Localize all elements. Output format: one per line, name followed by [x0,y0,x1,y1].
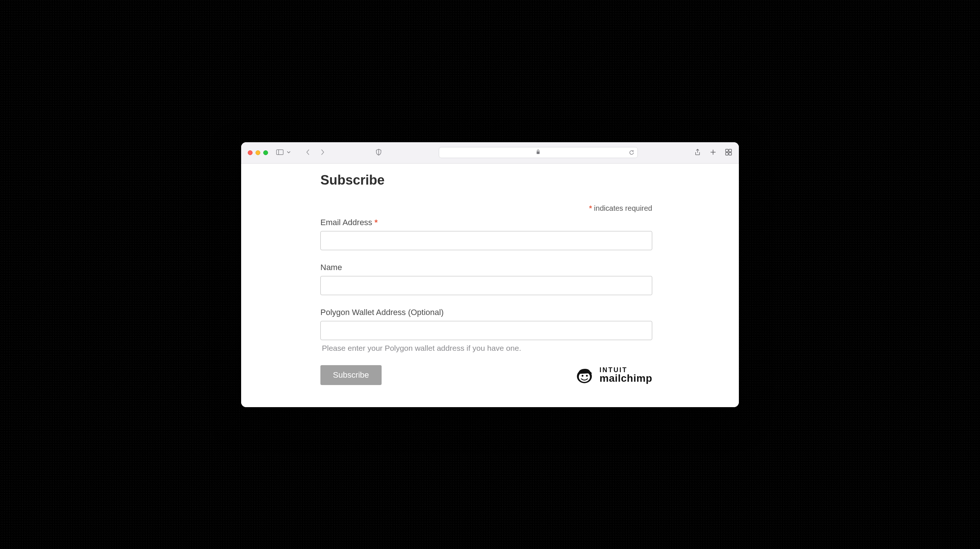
zoom-window-button[interactable] [263,150,268,155]
mailchimp-logo-icon [574,365,594,385]
wallet-field-group: Polygon Wallet Address (Optional) Please… [320,308,652,352]
forward-button[interactable] [319,149,326,156]
subscribe-button[interactable]: Subscribe [320,365,382,385]
window-controls [248,150,268,155]
wallet-label: Polygon Wallet Address (Optional) [320,308,652,317]
svg-point-12 [581,375,583,376]
page-title: Subscribe [320,173,652,188]
shield-icon [375,149,382,157]
close-window-button[interactable] [248,150,253,155]
browser-window: Subscribe * indicates required Email Add… [241,142,739,407]
sidebar-toggle-button[interactable] [276,149,283,156]
tab-group-dropdown[interactable] [285,149,293,156]
wallet-input[interactable] [320,321,652,340]
lock-icon [536,149,540,155]
email-field-group: Email Address * [320,218,652,250]
sidebar-icon [276,149,283,156]
mailchimp-text: INTUIT mailchimp [600,367,652,384]
email-input[interactable] [320,231,652,250]
subscribe-form: Subscribe * indicates required Email Add… [320,173,652,385]
required-note-text: indicates required [592,204,652,212]
email-label: Email Address * [320,218,652,227]
new-tab-button[interactable] [710,149,717,156]
share-icon [694,149,701,157]
mailchimp-brand-bottom: mailchimp [600,373,652,384]
browser-toolbar [241,142,739,163]
minimize-window-button[interactable] [256,150,260,155]
plus-icon [710,149,716,157]
back-button[interactable] [304,149,312,156]
grid-icon [725,149,732,157]
required-indicator-note: * indicates required [320,204,652,213]
privacy-shield-button[interactable] [375,149,382,156]
svg-rect-8 [725,152,728,155]
mailchimp-badge[interactable]: INTUIT mailchimp [574,365,652,385]
chevron-right-icon [319,149,326,157]
name-label: Name [320,263,652,272]
svg-rect-7 [729,149,732,152]
asterisk-icon: * [589,204,592,212]
svg-rect-9 [729,152,732,155]
chevron-left-icon [305,149,311,157]
tab-overview-button[interactable] [725,149,732,156]
chevron-down-icon [286,150,291,155]
wallet-help-text: Please enter your Polygon wallet address… [320,344,652,352]
svg-point-13 [586,375,588,376]
svg-rect-3 [537,151,540,154]
page-content: Subscribe * indicates required Email Add… [241,163,739,407]
name-input[interactable] [320,276,652,295]
reload-button[interactable] [628,149,635,155]
asterisk-icon: * [375,218,378,227]
mailchimp-brand-top: INTUIT [600,367,652,373]
svg-rect-6 [725,149,728,152]
svg-rect-0 [277,149,283,154]
address-bar[interactable] [439,147,638,158]
email-label-text: Email Address [320,218,375,227]
form-footer: Subscribe INTU [320,365,652,385]
name-field-group: Name [320,263,652,295]
share-button[interactable] [694,149,701,156]
